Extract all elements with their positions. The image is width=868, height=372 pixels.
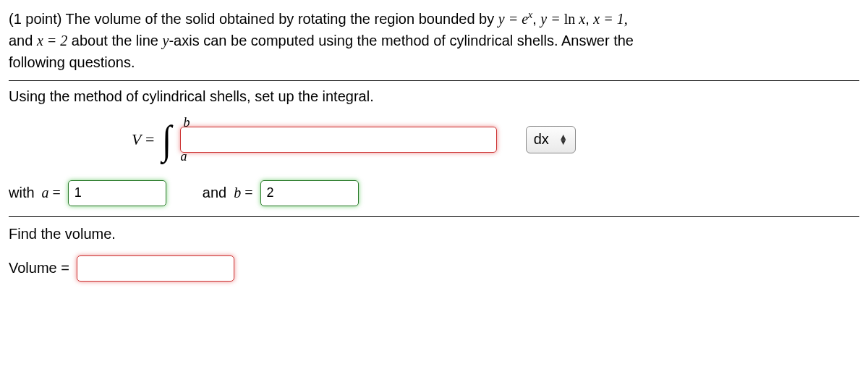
- divider: [9, 80, 859, 81]
- part2-instruction: Find the volume.: [9, 226, 859, 242]
- integral-symbol: ∫ b a: [161, 119, 172, 160]
- a-input[interactable]: [68, 180, 166, 206]
- volume-label: Volume =: [9, 260, 69, 276]
- bounds-row: with a = and b =: [9, 180, 859, 206]
- chevron-updown-icon: ▲▼: [559, 135, 568, 144]
- points-label: (1 point): [9, 11, 61, 27]
- b-input[interactable]: [260, 180, 359, 206]
- part1-instruction: Using the method of cylindrical shells, …: [9, 88, 859, 105]
- volume-row: Volume =: [9, 255, 859, 282]
- divider-2: [9, 216, 859, 217]
- differential-select[interactable]: dx ▲▼: [526, 126, 576, 153]
- volume-input[interactable]: [77, 255, 234, 282]
- integral-row: V = ∫ b a dx ▲▼: [9, 119, 859, 160]
- integrand-input[interactable]: [180, 127, 497, 153]
- problem-statement: (1 point) The volume of the solid obtain…: [9, 7, 859, 73]
